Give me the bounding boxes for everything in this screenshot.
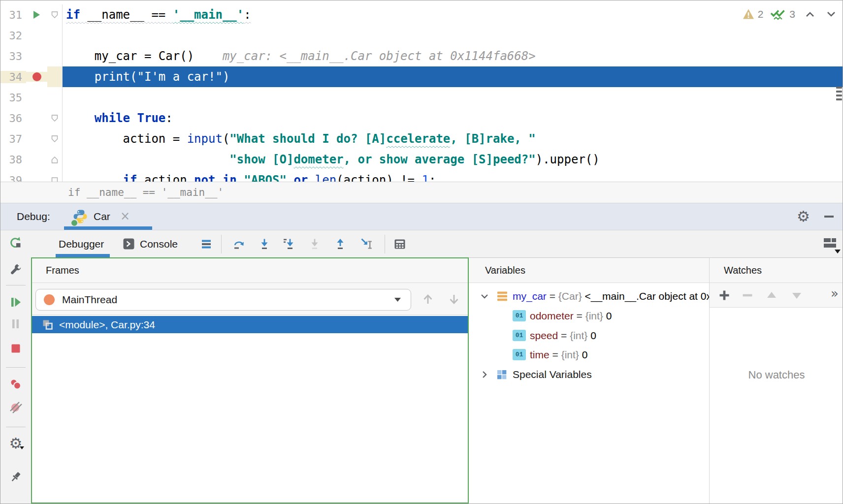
close-session-icon[interactable]: × <box>120 203 130 229</box>
layout-settings-icon[interactable] <box>823 238 837 248</box>
previous-frame-arrow-up-icon[interactable] <box>422 293 434 306</box>
stack-frame-label: <module>, Car.py:34 <box>59 319 155 331</box>
object-variable-icon <box>496 291 508 302</box>
code-text: if action not in "ABOS" or len(action) !… <box>63 170 843 182</box>
fold-marker-icon[interactable] <box>47 108 63 128</box>
passed-count: 3 <box>789 8 795 20</box>
step-into-icon[interactable] <box>258 237 271 251</box>
step-out-icon[interactable] <box>333 237 347 251</box>
rerun-debug-icon[interactable] <box>9 236 23 250</box>
int-variable-icon: 01 <box>513 330 526 341</box>
editor-scrollbar[interactable] <box>836 87 842 102</box>
debugger-action-stripe: ⚙ <box>0 230 31 504</box>
next-problem-chevron-down-icon[interactable] <box>826 10 837 19</box>
variable-text: time = {int} 0 <box>530 349 587 361</box>
code-line-32: 32 <box>0 25 843 46</box>
thread-selector-dropdown[interactable]: MainThread <box>35 289 411 311</box>
evaluate-expression-icon[interactable] <box>393 237 407 251</box>
fold-marker-icon[interactable] <box>47 170 63 182</box>
threads-view-icon[interactable] <box>199 237 213 251</box>
add-watch-icon[interactable] <box>718 289 731 302</box>
line-number: 38 <box>0 154 26 166</box>
checks-ok-icon <box>770 7 786 21</box>
code-text: my_car = Car() my_car: <__main__.Car obj… <box>63 46 843 66</box>
variables-panel: Variables my_car = {Car} <__main__.Car o… <box>469 257 709 504</box>
frames-toolbar: MainThread <box>32 283 468 315</box>
debug-session-tab-car[interactable]: Car × <box>64 203 153 230</box>
build-wrench-icon[interactable] <box>9 262 23 276</box>
mute-breakpoints-icon[interactable] <box>9 401 23 414</box>
line-number: 31 <box>0 9 26 21</box>
console-icon <box>123 238 134 250</box>
tab-console[interactable]: Console <box>123 230 178 257</box>
variable-row-my-car[interactable]: my_car = {Car} <__main__.Car object at 0… <box>469 286 709 306</box>
chevron-down-icon[interactable] <box>479 291 490 302</box>
stack-frame-icon <box>42 319 53 330</box>
settings-gear-icon[interactable]: ⚙ <box>9 437 23 450</box>
view-breakpoints-icon[interactable] <box>9 378 23 391</box>
variable-row-speed[interactable]: 01speed = {int} 0 <box>469 326 709 346</box>
variable-row-odometer[interactable]: 01odometer = {int} 0 <box>469 306 709 326</box>
fold-column <box>47 25 63 46</box>
line-number: 33 <box>0 50 26 63</box>
toolbar-separator <box>221 235 222 253</box>
code-text: while True: <box>63 108 843 128</box>
watches-panel: Watches » No watches <box>709 257 843 504</box>
remove-watch-icon <box>741 289 754 302</box>
special-variable-icon <box>496 369 507 380</box>
run-to-cursor-icon[interactable] <box>360 237 374 251</box>
line-number: 34 <box>0 71 26 83</box>
step-into-my-code-icon[interactable] <box>283 237 296 251</box>
resume-program-icon[interactable] <box>9 295 23 309</box>
code-text: "show [O]dometer, or show average [S]pee… <box>63 149 843 170</box>
stripe-separator <box>6 367 26 368</box>
debug-toolwindow-body: Debugger Console ⚙ Frames <box>0 230 843 504</box>
variable-row-special-variables[interactable]: Special Variables <box>469 365 709 384</box>
prev-problem-chevron-up-icon[interactable] <box>805 10 815 19</box>
debug-settings-gear-icon[interactable]: ⚙ <box>797 209 810 224</box>
line-number: 39 <box>0 174 26 183</box>
chevron-right-icon[interactable] <box>479 369 490 380</box>
pin-tab-icon[interactable] <box>9 470 23 484</box>
line-number: 36 <box>0 112 26 125</box>
breadcrumb[interactable]: if __name__ == '__main__' <box>68 182 224 203</box>
run-arrow-icon[interactable] <box>26 10 47 20</box>
variable-row-time[interactable]: 01time = {int} 0 <box>469 345 709 365</box>
code-editor[interactable]: 31if __name__ == '__main__':3233 my_car … <box>0 0 843 182</box>
fold-marker-icon[interactable] <box>47 128 63 149</box>
variables-panel-title: Variables <box>469 258 709 283</box>
pause-program-icon <box>9 317 23 331</box>
hide-toolwindow-minus-icon[interactable] <box>824 216 834 218</box>
stripe-separator <box>6 285 26 285</box>
variable-text: odometer = {int} 0 <box>530 310 612 322</box>
variable-text: Special Variables <box>513 369 592 380</box>
tab-debugger[interactable]: Debugger <box>59 230 104 257</box>
code-line-36: 36 while True: <box>0 108 843 128</box>
int-variable-icon: 01 <box>513 349 526 360</box>
move-watch-up-icon <box>765 289 778 302</box>
session-tab-label: Car <box>94 203 110 230</box>
stripe-separator <box>6 427 26 427</box>
breakpoint-icon[interactable] <box>26 72 47 82</box>
code-line-38: 38 "show [O]dometer, or show average [S]… <box>0 149 843 170</box>
code-line-34: 34 print("I'm a car!") <box>0 66 843 87</box>
fold-marker-icon[interactable] <box>47 4 63 25</box>
watches-panel-title: Watches <box>710 258 843 283</box>
step-over-icon[interactable] <box>232 237 246 251</box>
line-number: 37 <box>0 133 26 145</box>
more-actions-icon[interactable]: » <box>831 286 839 301</box>
warning-icon <box>743 8 754 20</box>
tab-console-label: Console <box>140 238 178 250</box>
debug-label: Debug: <box>17 203 50 230</box>
watches-toolbar: » <box>710 283 843 308</box>
fold-column <box>47 87 63 108</box>
stack-frame-row-selected[interactable]: <module>, Car.py:34 <box>32 316 468 333</box>
variable-text: my_car = {Car} <__main__.Car object at 0… <box>513 290 709 302</box>
code-text: print("I'm a car!") <box>63 66 843 87</box>
active-tab-underline <box>64 226 152 230</box>
stop-program-icon[interactable] <box>9 342 23 355</box>
no-watches-text: No watches <box>710 369 843 381</box>
code-text <box>63 25 843 46</box>
next-frame-arrow-down-icon[interactable] <box>448 293 460 306</box>
fold-marker-icon[interactable] <box>47 149 63 170</box>
